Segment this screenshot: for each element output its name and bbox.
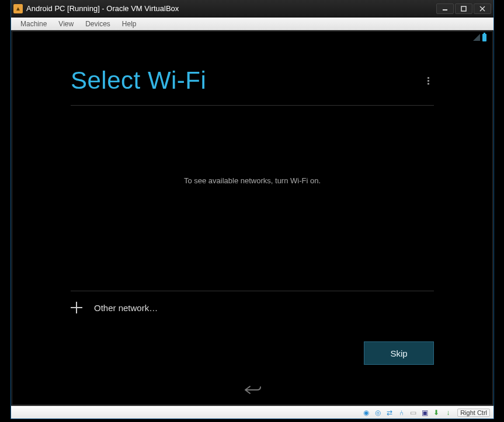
wifi-hint-text: To see available networks, turn Wi-Fi on… [71,106,434,291]
display-icon[interactable]: ▣ [420,408,429,417]
page-header: Select Wi-Fi [71,67,434,106]
dot-icon [427,77,429,79]
close-button[interactable] [474,4,491,14]
usb-icon[interactable]: ⑃ [397,408,406,417]
android-status-bar [12,32,492,43]
plus-icon [71,302,82,313]
menubar: Machine View Devices Help [11,18,493,30]
keyboard-capture-icon[interactable]: ↓ [443,408,453,417]
window-title: Android PC [Running] - Oracle VM Virtual… [26,4,435,13]
shared-folders-icon[interactable]: ▭ [408,408,418,417]
hard-disk-icon[interactable]: ◉ [362,408,371,417]
vbox-status-bar: ◉ ◎ ⇄ ⑃ ▭ ▣ ⬇ ↓ Right Ctrl [11,406,493,418]
network-icon[interactable]: ⇄ [385,408,394,417]
maximize-button[interactable] [455,4,472,14]
battery-icon [482,34,486,41]
optical-disk-icon[interactable]: ◎ [373,408,383,417]
host-key-indicator: Right Ctrl [457,409,490,417]
signal-icon [473,34,480,41]
footer-row: Skip [71,324,434,365]
guest-display: Select Wi-Fi To see available networks, … [12,31,493,405]
skip-button[interactable]: Skip [364,341,434,365]
dot-icon [427,83,429,85]
svg-rect-1 [461,6,466,11]
minimize-button[interactable] [436,4,454,14]
menu-devices[interactable]: Devices [79,19,116,29]
menu-machine[interactable]: Machine [15,19,53,29]
skip-button-label: Skip [390,348,407,358]
other-network-label: Other network… [94,303,158,313]
app-icon: ▲ [13,4,23,13]
page-title: Select Wi-Fi [71,67,206,95]
menu-help[interactable]: Help [116,19,142,29]
mouse-integration-icon[interactable]: ⬇ [432,408,441,417]
titlebar: ▲ Android PC [Running] - Oracle VM Virtu… [11,0,493,18]
dot-icon [427,80,429,82]
virtualbox-window: ▲ Android PC [Running] - Oracle VM Virtu… [11,0,494,419]
android-content: Select Wi-Fi To see available networks, … [12,43,492,376]
window-controls [435,4,491,14]
back-button[interactable] [241,382,264,400]
overflow-menu-button[interactable] [422,75,434,86]
android-nav-bar [12,376,492,404]
other-network-button[interactable]: Other network… [71,291,434,324]
menu-view[interactable]: View [53,19,79,29]
